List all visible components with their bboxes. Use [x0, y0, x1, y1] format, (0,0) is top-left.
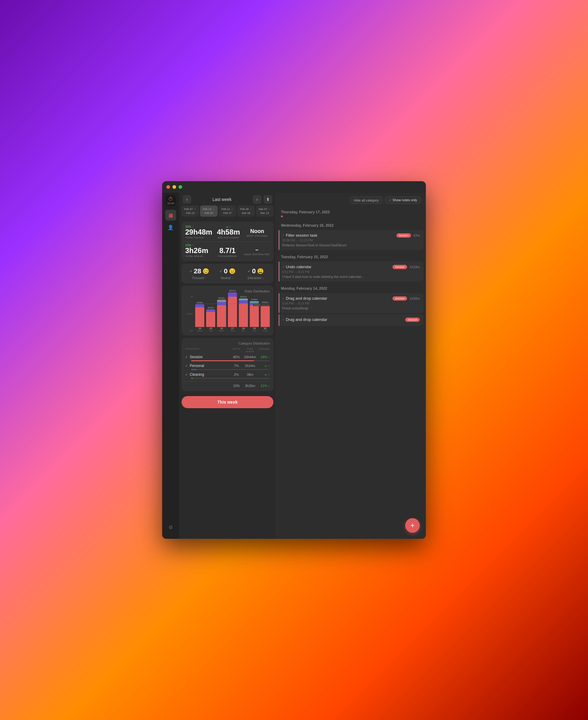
settings-icon: ⚙	[169, 525, 173, 530]
cat-change-personal: ∞ ↑	[258, 364, 270, 367]
mood-section: ✓ 28 😊 Focused ↑ ✓ 0 😐 Neutral →	[182, 263, 273, 283]
maximize-button[interactable]	[178, 185, 182, 189]
show-notes-only-button[interactable]: ✓ Show notes only	[385, 196, 421, 204]
cat-time-cleaning: 38m	[243, 373, 258, 376]
app-window: ⏱ 33:09 ▦ 👤 ⚙ ‹ Last week › ⬆	[162, 181, 426, 539]
titlebar	[162, 181, 426, 193]
cat-ratio-session: 80%	[230, 355, 243, 359]
focus-break-stat: . 8.7/1 FOCUS/BREAK	[215, 243, 240, 258]
distracted-count: 0	[252, 267, 255, 275]
chart-area: 9h 2h15m 0m 5h32m average 4h	[185, 295, 270, 332]
y-axis-labels: 9h 2h15m 0m	[185, 295, 194, 332]
category-row-session: ✓ Session 80% 26h44m 19% ↑	[185, 355, 270, 361]
cat-bar-personal	[191, 369, 270, 370]
up-arrow-icon: ↑	[282, 233, 284, 238]
category-distribution-title: Category Distribution	[185, 341, 270, 345]
total-break-value: 3h26m	[185, 247, 211, 254]
most-distracted-value: –	[244, 247, 270, 252]
session-badge-dnd1: Session	[393, 296, 407, 301]
neutral-label: Neutral →	[215, 276, 240, 280]
minimize-button[interactable]	[172, 185, 176, 189]
session-time-filter: 10:36 PM → 11:23 PM	[282, 239, 420, 242]
day-header-thursday: Thursday, February 17, 2022	[276, 208, 426, 218]
distracted-label: Distracted ↓	[243, 276, 269, 280]
sidebar-item-chart[interactable]: ▦	[165, 210, 176, 220]
session-item-dnd2[interactable]: ↑ Drag and drop calendar Session	[278, 314, 423, 326]
stats-card: 33% ↑ 29h48m TOTAL FOCUS ∞ ↑ 4h58m AVG F…	[182, 221, 273, 261]
up-arrow-icon-undo: ↑	[282, 265, 284, 269]
cat-bar-cleaning	[191, 378, 270, 379]
close-button[interactable]	[166, 185, 170, 189]
focus-break-value: 8.7/1	[215, 247, 240, 254]
week-nav: ‹ Last week › ⬆	[179, 193, 276, 206]
top-controls: Hide all category ✓ Show notes only	[276, 196, 426, 208]
category-row-personal: ✓ Personal 7% 2h24m ∞ ↑	[185, 364, 270, 370]
sidebar-item-user[interactable]: 👤	[165, 222, 176, 233]
day-header-monday: Monday, February 14, 2022	[276, 284, 426, 292]
total-focus-value: 29h48m	[185, 229, 212, 236]
cat-ratio-personal: 7%	[230, 364, 243, 367]
session-duration-filter: 47m	[414, 234, 420, 237]
day-section-tuesday: Tuesday, February 15, 2022 ↑ Undo calend…	[276, 252, 426, 281]
session-note-filter: Refactor SessionTask to SessionTaskStruc…	[282, 243, 420, 247]
focus-break-label: FOCUS/BREAK	[215, 255, 240, 258]
session-badge-filter: Session	[396, 233, 411, 238]
week-tab-4[interactable]: Mar 07 →Mar 13	[256, 206, 273, 217]
current-week-label: Last week	[194, 197, 250, 202]
sidebar-item-settings[interactable]: ⚙	[165, 522, 176, 533]
avg-focus-label: AVG FOCUS/DAY	[216, 236, 241, 239]
mood-neutral: ✓ 0 😐 Neutral →	[215, 267, 240, 280]
total-break-stat: 11% ↑ 3h26m TOTAL BREAK	[185, 243, 211, 258]
up-arrow-icon-dnd1: ↑	[282, 296, 284, 301]
timer-widget[interactable]: ⏱ 33:09	[166, 195, 176, 206]
timer-icon: ⏱	[168, 196, 173, 202]
avg-line: 5h32m average	[195, 304, 270, 306]
day-section-monday: Monday, February 14, 2022 ↑ Drag and dro…	[276, 284, 426, 326]
prev-week-button[interactable]: ‹	[183, 195, 191, 204]
category-distribution-card: Category Distribution CATEGORY RATIO TIM…	[182, 338, 273, 391]
bar-thu: 8h37m 17 THU	[228, 290, 237, 332]
most-distracted-stat: . – MOST DISTRACTED	[244, 243, 270, 258]
cat-ratio-cleaning: 2%	[230, 373, 243, 376]
share-button[interactable]: ⬆	[264, 195, 272, 204]
cat-bar-session	[191, 360, 270, 361]
next-week-button[interactable]: ›	[253, 195, 261, 204]
thu-dot	[281, 215, 283, 217]
day-header-tuesday: Tuesday, February 15, 2022	[276, 252, 426, 260]
hide-all-category-button[interactable]: Hide all category	[350, 196, 382, 204]
day-section-thursday: Thursday, February 17, 2022	[276, 208, 426, 218]
session-duration-dnd1: 1h30m	[410, 297, 420, 300]
most-focused-value: Noon	[245, 229, 270, 234]
most-focused-stat: . Noon MOST FOCUSED	[245, 225, 270, 239]
most-focused-label: MOST FOCUSED	[245, 235, 270, 237]
session-item-filter[interactable]: ↑ Filter session task Session 47m 10:36 …	[278, 230, 423, 250]
mood-focused: ✓ 28 😊 Focused ↑	[186, 267, 212, 280]
checkmark-icon: ✓	[389, 198, 392, 202]
focused-count: 28	[194, 267, 201, 275]
timer-value: 33:09	[167, 202, 174, 205]
cat-change-session: 19% ↑	[258, 355, 270, 359]
session-name-dnd2: Drag and drop calendar	[286, 317, 405, 322]
session-item-undo[interactable]: ↑ Undo calendar Session 1h33m 6:51 PM → …	[278, 261, 423, 281]
week-tab-3[interactable]: Feb 28 →Mar 06	[237, 206, 255, 217]
session-badge-undo: Session	[393, 265, 407, 269]
cat-change-cleaning: ∞ ↑	[258, 373, 270, 376]
add-session-button[interactable]: +	[405, 518, 420, 533]
session-name-filter: Filter session task	[286, 233, 396, 238]
day-header-wednesday: Wednesday, February 16, 2022	[276, 221, 426, 229]
session-time-dnd1: 6:54 PM → 8:24 PM	[282, 302, 420, 305]
category-row-cleaning: ✓ Cleaning 2% 38m ∞ ↑	[185, 373, 270, 379]
week-tabs: Feb 07 →Feb 13 Feb 14 →Feb 20 Feb 21 →Fe…	[179, 206, 276, 219]
session-note-undo: I have 0 idea how to undo deleting the e…	[282, 275, 420, 278]
this-week-button[interactable]: This week	[182, 396, 273, 408]
week-tab-1[interactable]: Feb 14 →Feb 20	[200, 206, 217, 217]
week-tab-2[interactable]: Feb 21 →Feb 27	[219, 206, 236, 217]
bar-wed: 5h10m 16 WED	[217, 297, 226, 332]
session-note-dnd1: Finish everything!	[282, 306, 420, 310]
up-arrow-icon-dnd2: ↑	[282, 318, 284, 322]
day-section-wednesday: Wednesday, February 16, 2022 ↑ Filter se…	[276, 221, 426, 250]
cat-name-personal: Personal	[190, 364, 230, 368]
bar-chart: 4h30m 14 MON 3h22m	[195, 295, 270, 332]
session-item-dnd1[interactable]: ↑ Drag and drop calendar Session 1h30m 6…	[278, 293, 423, 313]
week-tab-0[interactable]: Feb 07 →Feb 13	[182, 206, 199, 217]
